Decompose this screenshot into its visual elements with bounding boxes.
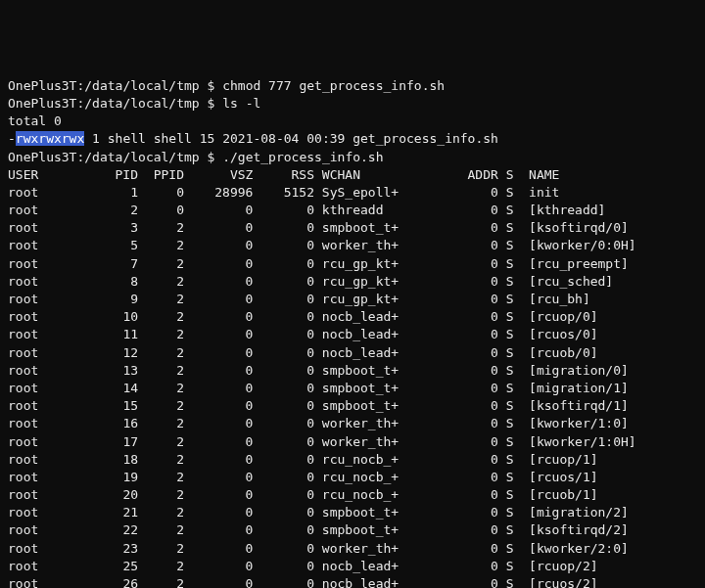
ps-row: root13200smpboot_t+0S[migration/0] xyxy=(8,362,697,380)
cell-s: S xyxy=(498,255,521,273)
hdr-addr: ADDR xyxy=(406,166,498,184)
cell-rss: 0 xyxy=(253,219,314,237)
cell-rss: 0 xyxy=(253,558,314,575)
cell-addr: 0 xyxy=(406,344,498,362)
cell-name: [rcu_bh] xyxy=(521,291,589,308)
cell-vsz: 0 xyxy=(184,504,253,521)
cell-vsz: 0 xyxy=(184,202,253,219)
command-run-script: ./get_process_info.sh xyxy=(222,150,383,164)
cell-vsz: 0 xyxy=(184,273,253,291)
cell-name: [rcuos/1] xyxy=(521,469,597,486)
ps-row: root2000kthreadd0S[kthreadd] xyxy=(8,202,697,219)
cell-ppid: 0 xyxy=(138,202,184,219)
cell-user: root xyxy=(8,415,54,432)
terminal[interactable]: OnePlus3T:/data/local/tmp $ chmod 777 ge… xyxy=(8,77,697,588)
cell-pid: 21 xyxy=(54,504,138,521)
cell-ppid: 2 xyxy=(138,362,184,380)
ps-row: root10289965152SyS_epoll+0Sinit xyxy=(8,184,697,202)
cell-vsz: 0 xyxy=(184,521,253,539)
cell-s: S xyxy=(498,326,521,343)
cell-s: S xyxy=(498,219,521,237)
cell-user: root xyxy=(8,469,54,486)
ps-row: root12200nocb_lead+0S[rcuob/0] xyxy=(8,344,697,362)
cell-addr: 0 xyxy=(406,451,498,469)
cell-pid: 23 xyxy=(54,540,138,558)
cell-addr: 0 xyxy=(406,397,498,415)
cell-wchan: rcu_gp_kt+ xyxy=(314,291,406,308)
prompt-line-3: OnePlus3T:/data/local/tmp $ ./get_proces… xyxy=(8,149,697,166)
ps-row: root25200nocb_lead+0S[rcuop/2] xyxy=(8,558,697,575)
cell-rss: 0 xyxy=(253,433,314,451)
ls-total: total 0 xyxy=(8,113,697,130)
cell-pid: 14 xyxy=(54,380,138,397)
cell-vsz: 0 xyxy=(184,486,253,504)
cell-user: root xyxy=(8,521,54,539)
cell-wchan: smpboot_t+ xyxy=(314,219,406,237)
cell-vsz: 0 xyxy=(184,433,253,451)
cell-name: [ksoftirqd/2] xyxy=(521,521,629,539)
cell-vsz: 0 xyxy=(184,575,253,588)
cell-user: root xyxy=(8,273,54,291)
cell-addr: 0 xyxy=(406,184,498,202)
cell-s: S xyxy=(498,397,521,415)
cell-wchan: rcu_gp_kt+ xyxy=(314,273,406,291)
cell-addr: 0 xyxy=(406,237,498,254)
cell-addr: 0 xyxy=(406,486,498,504)
cell-vsz: 0 xyxy=(184,558,253,575)
ps-row: root20200rcu_nocb_+0S[rcuob/1] xyxy=(8,486,697,504)
cell-pid: 3 xyxy=(54,219,138,237)
cell-rss: 0 xyxy=(253,308,314,326)
ps-row: root26200nocb_lead+0S[rcuos/2] xyxy=(8,575,697,588)
cell-s: S xyxy=(498,486,521,504)
cell-wchan: nocb_lead+ xyxy=(314,575,406,588)
cell-addr: 0 xyxy=(406,433,498,451)
cell-pid: 16 xyxy=(54,415,138,432)
cell-rss: 0 xyxy=(253,326,314,343)
cell-vsz: 0 xyxy=(184,219,253,237)
cell-name: [migration/1] xyxy=(521,380,629,397)
cell-ppid: 2 xyxy=(138,237,184,254)
cell-pid: 20 xyxy=(54,486,138,504)
cell-vsz: 0 xyxy=(184,308,253,326)
cell-name: [ksoftirqd/1] xyxy=(521,397,629,415)
ps-row: root3200smpboot_t+0S[ksoftirqd/0] xyxy=(8,219,697,237)
cell-user: root xyxy=(8,237,54,254)
cell-s: S xyxy=(498,184,521,202)
cell-name: [kworker/1:0] xyxy=(521,415,629,432)
cell-vsz: 0 xyxy=(184,255,253,273)
ps-row: root21200smpboot_t+0S[migration/2] xyxy=(8,504,697,521)
ps-row: root23200worker_th+0S[kworker/2:0] xyxy=(8,540,697,558)
ps-header: USERPIDPPIDVSZRSSWCHANADDRSNAME xyxy=(8,166,697,184)
cell-pid: 19 xyxy=(54,469,138,486)
cell-wchan: worker_th+ xyxy=(314,540,406,558)
cell-vsz: 0 xyxy=(184,362,253,380)
cell-rss: 0 xyxy=(253,255,314,273)
cell-vsz: 0 xyxy=(184,469,253,486)
cell-ppid: 2 xyxy=(138,521,184,539)
cell-vsz: 0 xyxy=(184,344,253,362)
cell-name: [kthreadd] xyxy=(521,202,605,219)
hdr-ppid: PPID xyxy=(138,166,184,184)
cell-user: root xyxy=(8,504,54,521)
cell-rss: 0 xyxy=(253,415,314,432)
cell-ppid: 2 xyxy=(138,469,184,486)
cell-vsz: 28996 xyxy=(184,184,253,202)
cell-name: [ksoftirqd/0] xyxy=(521,219,629,237)
prompt-line-1: OnePlus3T:/data/local/tmp $ chmod 777 ge… xyxy=(8,77,697,95)
cell-vsz: 0 xyxy=(184,540,253,558)
cell-ppid: 2 xyxy=(138,415,184,432)
cell-user: root xyxy=(8,362,54,380)
hdr-vsz: VSZ xyxy=(184,166,253,184)
cell-addr: 0 xyxy=(406,380,498,397)
cell-user: root xyxy=(8,575,54,588)
cell-ppid: 2 xyxy=(138,504,184,521)
cell-ppid: 2 xyxy=(138,308,184,326)
ps-row: root17200worker_th+0S[kworker/1:0H] xyxy=(8,433,697,451)
cell-s: S xyxy=(498,362,521,380)
cell-s: S xyxy=(498,451,521,469)
cell-name: [rcuob/0] xyxy=(521,344,597,362)
cell-pid: 7 xyxy=(54,255,138,273)
prompt-line-2: OnePlus3T:/data/local/tmp $ ls -l xyxy=(8,95,697,113)
cell-addr: 0 xyxy=(406,575,498,588)
cell-s: S xyxy=(498,415,521,432)
